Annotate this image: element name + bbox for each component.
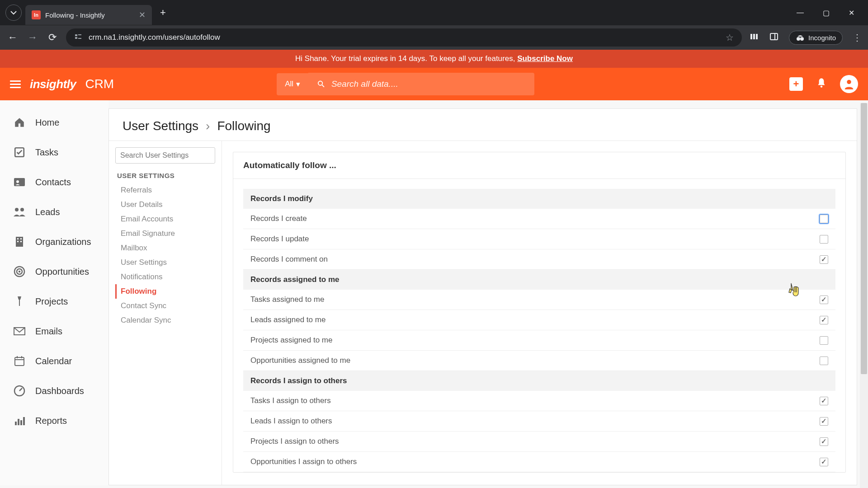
nav-item-leads[interactable]: Leads [0,197,108,227]
svg-rect-21 [17,238,19,239]
side-panel-icon[interactable] [769,32,779,43]
nav-item-label: Tasks [35,147,58,158]
menu-toggle-button[interactable] [10,79,21,90]
sidebar-item-email-signature[interactable]: Email Signature [115,226,215,241]
browser-menu-button[interactable]: ⋮ [853,32,862,43]
nav-item-label: Emails [35,326,62,337]
svg-point-10 [800,37,804,41]
app-logo[interactable]: insightly [30,77,76,91]
browser-address-bar: ← → ⟳ crm.na1.insightly.com/users/autofo… [0,25,868,50]
incognito-badge[interactable]: Incognito [789,31,843,45]
svg-rect-35 [15,422,17,425]
chevron-down-icon: ▾ [296,80,300,89]
scrollbar-thumb[interactable] [861,103,867,374]
add-new-button[interactable]: + [789,77,803,91]
search-icon [317,80,325,88]
follow-checkbox[interactable] [820,458,828,466]
breadcrumb-current: Following [217,119,270,133]
sidebar-item-mailbox[interactable]: Mailbox [115,241,215,255]
row-label: Projects I assign to others [250,437,820,446]
subscribe-now-link[interactable]: Subscribe Now [517,54,573,63]
sidebar-item-following[interactable]: Following [115,284,215,299]
search-input[interactable] [331,79,525,89]
follow-option-row: Projects assigned to me [243,330,835,351]
svg-line-12 [322,85,324,87]
bookmark-star-icon[interactable]: ☆ [726,32,734,43]
sidebar-item-referrals[interactable]: Referrals [115,183,215,197]
follow-checkbox[interactable] [820,417,828,426]
svg-rect-5 [753,34,755,39]
nav-item-reports[interactable]: Reports [0,406,108,436]
follow-checkbox[interactable] [820,215,828,223]
row-label: Projects assigned to me [250,336,820,345]
follow-option-row: Leads assigned to me [243,310,835,330]
svg-point-11 [318,81,322,85]
vertical-scrollbar[interactable] [860,103,868,488]
opportunities-icon [13,265,26,278]
svg-point-19 [20,208,24,211]
settings-search[interactable] [115,147,215,164]
nav-item-home[interactable]: Home [0,108,108,137]
nav-item-opportunities[interactable]: Opportunities [0,257,108,286]
browser-reload-button[interactable]: ⟳ [46,32,59,43]
svg-rect-28 [19,300,20,306]
browser-back-button[interactable]: ← [6,32,19,43]
panel-title: Automatically follow ... [233,152,845,179]
follow-checkbox[interactable] [820,437,828,446]
tabs-dropdown-button[interactable] [5,5,22,21]
tab-title: Following - Insightly [45,11,134,19]
leads-icon [13,205,26,219]
product-label: CRM [85,77,114,91]
sidebar-item-contact-sync[interactable]: Contact Sync [115,299,215,313]
window-close-button[interactable]: ✕ [846,6,857,20]
nav-item-projects[interactable]: Projects [0,286,108,316]
nav-item-label: Organizations [35,237,91,247]
tab-close-button[interactable]: ✕ [139,10,146,20]
svg-point-17 [16,180,19,183]
nav-item-calendar[interactable]: Calendar [0,346,108,376]
window-minimize-button[interactable]: — [794,6,807,20]
nav-item-emails[interactable]: Emails [0,316,108,346]
sidebar-item-user-settings[interactable]: User Settings [115,255,215,270]
follow-checkbox[interactable] [820,296,828,304]
follow-checkbox[interactable] [820,336,828,345]
row-label: Opportunities assigned to me [250,356,820,365]
nav-item-dashboards[interactable]: Dashboards [0,376,108,406]
svg-point-14 [847,80,851,84]
new-tab-button[interactable]: + [156,7,170,19]
user-avatar-button[interactable] [840,75,858,93]
section-heading: Records assigned to me [243,270,835,290]
nav-item-organizations[interactable]: Organizations [0,227,108,257]
settings-sidebar: USER SETTINGS ReferralsUser DetailsEmail… [109,141,222,485]
follow-checkbox[interactable] [820,255,828,264]
sidebar-item-user-details[interactable]: User Details [115,197,215,212]
chevron-down-icon [10,10,17,15]
autofollow-panel: Automatically follow ... Records I modif… [233,152,846,473]
nav-item-contacts[interactable]: Contacts [0,167,108,197]
site-info-icon[interactable] [74,33,82,42]
nav-item-tasks[interactable]: Tasks [0,137,108,167]
sidebar-item-calendar-sync[interactable]: Calendar Sync [115,313,215,328]
window-maximize-button[interactable]: ▢ [820,6,832,20]
row-label: Tasks I assign to others [250,396,820,405]
chevron-right-icon: › [206,119,210,133]
svg-point-27 [19,271,20,272]
follow-checkbox[interactable] [820,316,828,324]
follow-checkbox[interactable] [820,397,828,405]
breadcrumb-root[interactable]: User Settings [123,119,198,133]
notifications-bell-icon[interactable] [816,77,827,91]
search-scope-dropdown[interactable]: All ▾ [277,73,308,95]
browser-tab[interactable]: In Following - Insightly ✕ [25,5,152,25]
sidebar-item-notifications[interactable]: Notifications [115,270,215,284]
address-url: crm.na1.insightly.com/users/autofollow [89,33,719,42]
follow-checkbox[interactable] [820,235,828,244]
address-input[interactable]: crm.na1.insightly.com/users/autofollow ☆ [66,28,742,47]
main-navigation: HomeTasksContactsLeadsOrganizationsOppor… [0,100,108,485]
global-search[interactable] [308,73,534,95]
sidebar-item-email-accounts[interactable]: Email Accounts [115,212,215,226]
media-control-icon[interactable] [749,32,759,43]
settings-search-input[interactable] [120,151,211,160]
svg-rect-38 [23,417,25,425]
follow-checkbox[interactable] [820,357,828,365]
svg-rect-36 [18,419,19,425]
